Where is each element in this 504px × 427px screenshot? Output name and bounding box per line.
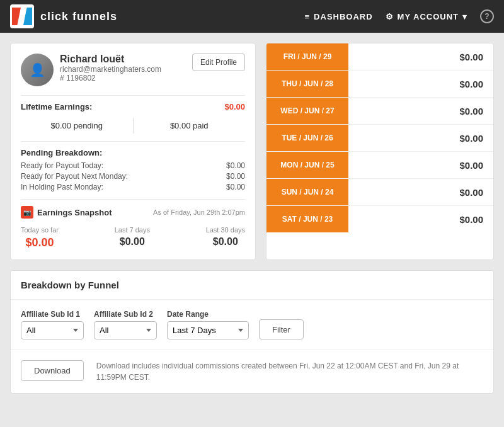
- calendar-row-3: TUE / JUN / 26 $0.00: [266, 125, 493, 152]
- breakdown-value-0: $0.00: [226, 161, 245, 170]
- cal-amount-1: $0.00: [348, 79, 493, 89]
- brand-name: click funnels: [40, 10, 117, 23]
- profile-name: Richard Iouët: [60, 54, 161, 65]
- breakdown-label-1: Ready for Payout Next Monday:: [21, 172, 128, 181]
- breakdown-row-1: Ready for Payout Next Monday: $0.00: [21, 172, 245, 181]
- dropdown-arrow-icon: ▾: [462, 12, 467, 21]
- gear-icon: ⚙: [386, 12, 394, 21]
- paid-label: $0.00 paid: [170, 121, 209, 130]
- cal-date-4: MON / JUN / 25: [266, 152, 348, 178]
- snapshot-title: 📷 Earnings Snapshot: [21, 206, 112, 219]
- calendar-panel: FRI / JUN / 29 $0.00 THU / JUN / 28 $0.0…: [266, 43, 494, 260]
- profile-text: Richard Iouët richard@marketinghaters.co…: [60, 54, 161, 83]
- date-range-label: Date Range: [167, 310, 249, 319]
- cal-date-3: TUE / JUN / 26: [266, 125, 348, 151]
- cal-amount-4: $0.00: [348, 160, 493, 171]
- lifetime-value: $0.00: [224, 102, 245, 111]
- help-button[interactable]: ?: [480, 9, 494, 23]
- cal-amount-5: $0.00: [348, 187, 493, 198]
- pending-label: $0.00 pending: [51, 121, 103, 130]
- breakdown-title: Pending Breakdown:: [21, 148, 245, 157]
- divider-3: [21, 199, 245, 200]
- filters-row: Affiliate Sub Id 1 All Affiliate Sub Id …: [11, 300, 493, 350]
- cal-date-2: WED / JUN / 27: [266, 98, 348, 124]
- navbar-right: ≡ DASHBOARD ⚙ MY ACCOUNT ▾ ?: [305, 9, 494, 23]
- filter-group-sub2: Affiliate Sub Id 2 All: [94, 310, 157, 339]
- divider-2: [21, 141, 245, 142]
- bottom-section: Breakdown by Funnel Affiliate Sub Id 1 A…: [10, 270, 494, 394]
- avatar-image: 👤: [21, 54, 54, 86]
- profile-info: 👤 Richard Iouët richard@marketinghaters.…: [21, 54, 161, 86]
- snapshot-today: Today so far $0.00: [21, 226, 59, 249]
- cal-date-5: SUN / JUN / 24: [266, 179, 348, 205]
- logo-icon: [12, 8, 32, 25]
- breakdown-label-2: In Holding Past Monday:: [21, 183, 103, 191]
- calendar-row-1: THU / JUN / 28 $0.00: [266, 71, 493, 98]
- snapshot-today-value: $0.00: [21, 236, 59, 249]
- edit-profile-button[interactable]: Edit Profile: [192, 54, 245, 71]
- snapshot-7days: Last 7 days $0.00: [115, 226, 150, 249]
- snapshot-date: As of Friday, Jun 29th 2:07pm: [153, 208, 245, 216]
- download-button[interactable]: Download: [21, 360, 84, 381]
- snapshot-7days-label: Last 7 days: [115, 226, 150, 234]
- logo-right: [23, 8, 32, 25]
- logo-box: [10, 4, 34, 28]
- lifetime-label: Lifetime Earnings:: [21, 102, 92, 111]
- cal-amount-3: $0.00: [348, 133, 493, 144]
- filter-button[interactable]: Filter: [259, 319, 304, 339]
- sub-id-1-label: Affiliate Sub Id 1: [21, 310, 84, 319]
- sub-id-2-select[interactable]: All: [94, 321, 157, 339]
- breakdown-funnel-title: Breakdown by Funnel: [21, 280, 119, 290]
- breakdown-row-0: Ready for Payout Today: $0.00: [21, 161, 245, 170]
- avatar: 👤: [21, 54, 54, 86]
- filter-group-date: Date Range Last 7 Days Last 30 Days: [167, 310, 249, 339]
- snapshot-grid: Today so far $0.00 Last 7 days $0.00 Las…: [21, 226, 245, 249]
- calendar-row-5: SUN / JUN / 24 $0.00: [266, 179, 493, 206]
- pending-paid-row: $0.00 pending $0.00 paid: [21, 118, 245, 134]
- pending-breakdown: Pending Breakdown: Ready for Payout Toda…: [21, 148, 245, 191]
- hamburger-icon: ≡: [305, 12, 311, 21]
- pending-item: $0.00 pending: [21, 118, 134, 134]
- bottom-header: Breakdown by Funnel: [11, 271, 493, 300]
- my-account-link[interactable]: ⚙ MY ACCOUNT ▾: [386, 12, 467, 21]
- calendar-row-4: MON / JUN / 25 $0.00: [266, 152, 493, 179]
- snapshot-30days: Last 30 days $0.00: [206, 226, 245, 249]
- lifetime-earnings: Lifetime Earnings: $0.00: [21, 102, 245, 111]
- cal-date-6: SAT / JUN / 23: [266, 206, 348, 232]
- navbar-left: click funnels: [10, 4, 117, 28]
- calendar-row-2: WED / JUN / 27 $0.00: [266, 98, 493, 125]
- sub-id-1-select[interactable]: All: [21, 321, 84, 339]
- help-label: ?: [484, 12, 489, 21]
- snapshot-label: Earnings Snapshot: [37, 208, 112, 217]
- left-panel: 👤 Richard Iouët richard@marketinghaters.…: [10, 43, 256, 260]
- date-range-select[interactable]: Last 7 Days Last 30 Days: [167, 321, 249, 339]
- camera-icon: 📷: [21, 206, 33, 219]
- cal-amount-0: $0.00: [348, 52, 493, 62]
- breakdown-value-1: $0.00: [226, 172, 245, 181]
- divider-1: [21, 95, 245, 96]
- paid-item: $0.00 paid: [134, 118, 246, 134]
- cal-amount-2: $0.00: [348, 106, 493, 117]
- breakdown-row-2: In Holding Past Monday: $0.00: [21, 183, 245, 191]
- download-section: Download Download includes individual co…: [11, 350, 493, 393]
- snapshot-header: 📷 Earnings Snapshot As of Friday, Jun 29…: [21, 206, 245, 219]
- calendar-row-6: SAT / JUN / 23 $0.00: [266, 206, 493, 232]
- snapshot-7days-value: $0.00: [115, 236, 150, 248]
- sub-id-2-label: Affiliate Sub Id 2: [94, 310, 157, 319]
- logo-left: [12, 8, 21, 25]
- dashboard-label: DASHBOARD: [314, 12, 373, 21]
- download-note: Download includes individual commissions…: [96, 360, 483, 383]
- cal-amount-6: $0.00: [348, 214, 493, 225]
- snapshot-30days-label: Last 30 days: [206, 226, 245, 234]
- dashboard-link[interactable]: ≡ DASHBOARD: [305, 12, 373, 21]
- my-account-label: MY ACCOUNT: [398, 12, 459, 21]
- cal-date-0: FRI / JUN / 29: [266, 43, 348, 70]
- main-content: 👤 Richard Iouët richard@marketinghaters.…: [0, 33, 504, 270]
- profile-id: # 1196802: [60, 74, 161, 83]
- calendar-row-0: FRI / JUN / 29 $0.00: [266, 43, 493, 71]
- breakdown-value-2: $0.00: [226, 183, 245, 191]
- snapshot-today-label: Today so far: [21, 226, 59, 234]
- filter-group-sub1: Affiliate Sub Id 1 All: [21, 310, 84, 339]
- profile-section: 👤 Richard Iouët richard@marketinghaters.…: [21, 54, 245, 86]
- profile-email: richard@marketinghaters.com: [60, 65, 161, 74]
